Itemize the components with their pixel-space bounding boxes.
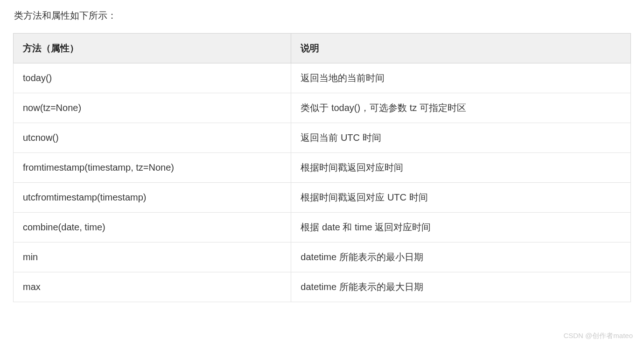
cell-method: fromtimestamp(timestamp, tz=None) <box>14 153 291 183</box>
cell-method: combine(date, time) <box>14 213 291 242</box>
cell-description: 返回当前 UTC 时间 <box>291 123 631 153</box>
table-row: now(tz=None) 类似于 today()，可选参数 tz 可指定时区 <box>14 93 631 123</box>
table-row: utcnow() 返回当前 UTC 时间 <box>14 123 631 153</box>
table-row: min datetime 所能表示的最小日期 <box>14 242 631 272</box>
cell-method: today() <box>14 63 291 93</box>
table-row: fromtimestamp(timestamp, tz=None) 根据时间戳返… <box>14 153 631 183</box>
cell-description: datetime 所能表示的最小日期 <box>291 242 631 272</box>
intro-text: 类方法和属性如下所示： <box>13 9 631 22</box>
table-row: utcfromtimestamp(timestamp) 根据时间戳返回对应 UT… <box>14 183 631 213</box>
cell-description: 根据 date 和 time 返回对应时间 <box>291 213 631 242</box>
cell-description: 类似于 today()，可选参数 tz 可指定时区 <box>291 93 631 123</box>
cell-method: max <box>14 272 291 302</box>
table-row: combine(date, time) 根据 date 和 time 返回对应时… <box>14 213 631 242</box>
cell-description: 根据时间戳返回对应时间 <box>291 153 631 183</box>
cell-method: utcnow() <box>14 123 291 153</box>
table-header-row: 方法（属性） 说明 <box>14 34 631 63</box>
cell-method: now(tz=None) <box>14 93 291 123</box>
table-row: today() 返回当地的当前时间 <box>14 63 631 93</box>
header-description: 说明 <box>291 34 631 63</box>
cell-description: 返回当地的当前时间 <box>291 63 631 93</box>
cell-description: 根据时间戳返回对应 UTC 时间 <box>291 183 631 213</box>
cell-description: datetime 所能表示的最大日期 <box>291 272 631 302</box>
header-method: 方法（属性） <box>14 34 291 63</box>
cell-method: min <box>14 242 291 272</box>
cell-method: utcfromtimestamp(timestamp) <box>14 183 291 213</box>
methods-table: 方法（属性） 说明 today() 返回当地的当前时间 now(tz=None)… <box>13 33 631 302</box>
table-row: max datetime 所能表示的最大日期 <box>14 272 631 302</box>
